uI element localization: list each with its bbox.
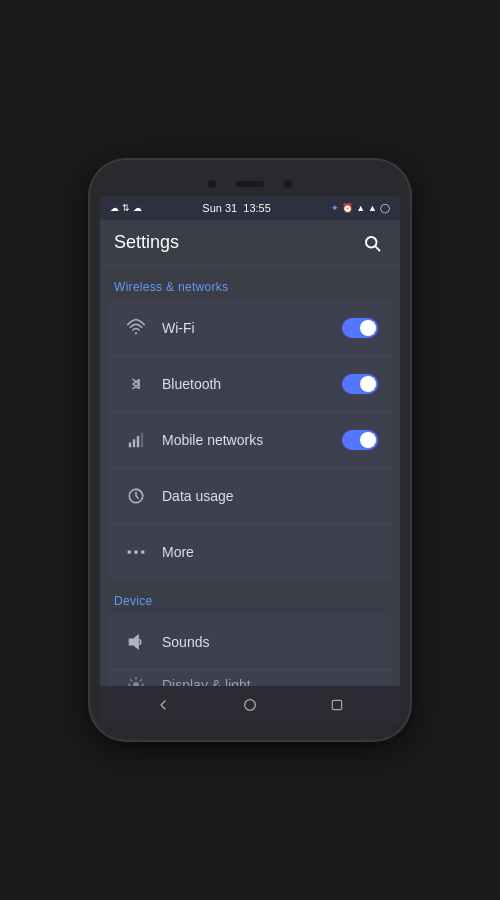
sounds-label: Sounds (162, 634, 378, 650)
wifi-item[interactable]: Wi-Fi (108, 300, 392, 356)
sound-icon (122, 633, 150, 651)
back-button[interactable] (147, 689, 179, 721)
status-left-icons: ☁ ⇅ ☁ (110, 203, 142, 213)
bluetooth-toggle[interactable] (342, 374, 378, 394)
cloud-icon: ☁ (110, 203, 119, 213)
display-icon (122, 676, 150, 686)
status-bar: ☁ ⇅ ☁ Sun 31 13:55 ✦ ⏰ ▲ ▲ ◯ (100, 196, 400, 220)
mobile-networks-label: Mobile networks (162, 432, 342, 448)
search-button[interactable] (358, 229, 386, 257)
alarm-icon: ⏰ (342, 203, 353, 213)
more-icon (122, 548, 150, 556)
sounds-item[interactable]: Sounds (108, 614, 392, 670)
svg-line-1 (375, 246, 379, 250)
bluetooth-status-icon: ✦ (331, 203, 339, 213)
wireless-section-header: Wireless & networks (100, 266, 400, 300)
sensor (284, 180, 292, 188)
camera (208, 180, 216, 188)
battery-icon: ◯ (380, 203, 390, 213)
svg-rect-14 (332, 700, 341, 709)
data-usage-icon (122, 487, 150, 505)
more-label: More (162, 544, 378, 560)
home-button[interactable] (234, 689, 266, 721)
nav-bar (100, 686, 400, 724)
wifi-status-icon: ▲ (356, 203, 365, 213)
svg-marker-11 (129, 635, 138, 649)
wifi-toggle[interactable] (342, 318, 378, 338)
bluetooth-item[interactable]: Bluetooth (108, 356, 392, 412)
wireless-card: Wi-Fi Bluetooth (108, 300, 392, 580)
data-usage-item[interactable]: Data usage (108, 468, 392, 524)
status-time: Sun 31 13:55 (202, 202, 271, 214)
bluetooth-icon (122, 375, 150, 393)
data-usage-label: Data usage (162, 488, 378, 504)
svg-rect-5 (137, 436, 139, 447)
settings-content: Wireless & networks Wi-Fi (100, 266, 400, 686)
wifi-icon (122, 319, 150, 337)
device-section-header: Device (100, 580, 400, 614)
wifi-label: Wi-Fi (162, 320, 342, 336)
svg-point-10 (141, 550, 145, 554)
svg-rect-3 (129, 442, 131, 447)
phone-screen: ☁ ⇅ ☁ Sun 31 13:55 ✦ ⏰ ▲ ▲ ◯ Settings (100, 196, 400, 724)
more-item[interactable]: More (108, 524, 392, 580)
svg-point-8 (127, 550, 131, 554)
speaker (236, 181, 264, 187)
svg-point-2 (135, 332, 137, 334)
bluetooth-label: Bluetooth (162, 376, 342, 392)
status-right-icons: ✦ ⏰ ▲ ▲ ◯ (331, 203, 390, 213)
page-title: Settings (114, 232, 179, 253)
svg-point-12 (133, 682, 139, 686)
bluetooth-toggle-thumb (360, 376, 376, 392)
device-card: Sounds Display & light (108, 614, 392, 686)
sync-icon: ⇅ (122, 203, 130, 213)
mobile-toggle[interactable] (342, 430, 378, 450)
cloud2-icon: ☁ (133, 203, 142, 213)
mobile-toggle-thumb (360, 432, 376, 448)
display-label: Display & light (162, 677, 378, 686)
phone-frame: ☁ ⇅ ☁ Sun 31 13:55 ✦ ⏰ ▲ ▲ ◯ Settings (90, 160, 410, 740)
svg-rect-6 (141, 432, 143, 446)
svg-rect-4 (133, 439, 135, 447)
svg-point-9 (134, 550, 138, 554)
wifi-toggle-thumb (360, 320, 376, 336)
phone-top (100, 176, 400, 196)
recent-button[interactable] (321, 689, 353, 721)
mobile-networks-item[interactable]: Mobile networks (108, 412, 392, 468)
search-icon (363, 234, 381, 252)
svg-point-13 (245, 700, 256, 711)
signal-icon (122, 431, 150, 449)
signal-status-icon: ▲ (368, 203, 377, 213)
display-item[interactable]: Display & light (108, 670, 392, 686)
app-bar: Settings (100, 220, 400, 266)
